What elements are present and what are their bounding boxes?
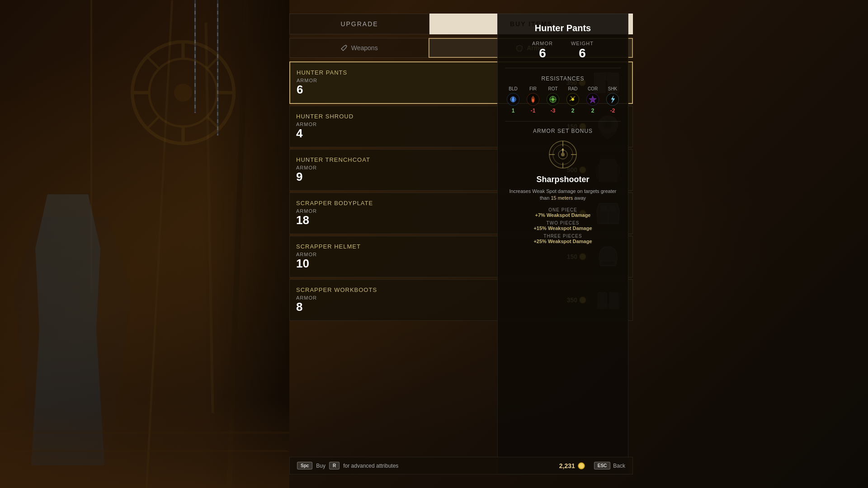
weapons-icon xyxy=(340,44,348,52)
back-hint: ESC Back xyxy=(594,462,625,469)
resist-val-rot: -3 xyxy=(545,108,561,114)
resist-symbol-shk xyxy=(608,95,617,104)
resist-col-fir: FIR -1 xyxy=(525,86,541,114)
svg-line-9 xyxy=(207,56,220,69)
resist-icon-cor xyxy=(586,93,599,106)
resist-abbr-cor: COR xyxy=(585,86,601,91)
buy-hint: Spc Buy R for advanced attributes xyxy=(297,462,398,469)
resist-symbol-fir xyxy=(528,95,538,104)
category-weapons[interactable]: Weapons xyxy=(289,38,429,58)
tab-upgrade[interactable]: UPGRADE xyxy=(289,14,429,34)
bonus-tier-one-piece: One Piece +7% Weakspot Damage xyxy=(505,207,621,218)
upgrade-label: UPGRADE xyxy=(340,20,378,28)
resist-icon-bld xyxy=(507,93,519,106)
svg-marker-43 xyxy=(561,148,564,150)
resist-symbol-cor xyxy=(588,95,597,104)
resist-symbol-rad xyxy=(568,95,577,104)
resist-abbr-fir: FIR xyxy=(525,86,541,91)
currency-display: 2,231 xyxy=(559,462,585,469)
resist-col-bld: BLD 1 xyxy=(505,86,521,114)
buy-action-label: Buy xyxy=(316,463,326,469)
resistances-grid: BLD 1 FIR -1 ROT -3 xyxy=(505,86,621,114)
weight-label: Weight xyxy=(571,41,594,46)
armor-value: 6 xyxy=(532,46,553,61)
back-label: Back xyxy=(613,463,625,469)
detail-title: Hunter Pants xyxy=(505,23,621,33)
set-bonus-title: Armor Set Bonus xyxy=(505,128,621,134)
svg-line-10 xyxy=(147,117,160,129)
resist-val-fir: -1 xyxy=(525,108,541,114)
resistances-title: Resistances xyxy=(505,75,621,82)
spc-key: Spc xyxy=(297,462,312,469)
weight-stat: Weight 6 xyxy=(571,41,594,61)
bg-gear xyxy=(127,36,240,149)
resist-symbol-bld xyxy=(509,95,518,104)
coin-icon xyxy=(578,462,585,469)
resist-col-cor: COR 2 xyxy=(585,86,601,114)
armor-stat: Armor 6 xyxy=(532,41,553,61)
svg-point-41 xyxy=(561,153,565,156)
resist-val-rad: 2 xyxy=(565,108,581,114)
svg-line-11 xyxy=(341,48,342,49)
tier-value: +25% Weakspot Damage xyxy=(505,239,621,244)
set-bonus-distance: 15 meters xyxy=(551,195,573,201)
svg-line-8 xyxy=(207,117,220,129)
resist-abbr-bld: BLD xyxy=(505,86,521,91)
bottom-right: 2,231 ESC Back xyxy=(559,462,625,469)
resist-icon-rot xyxy=(547,93,559,106)
weapons-label: Weapons xyxy=(351,44,378,52)
stats-row: Armor 6 Weight 6 xyxy=(505,41,621,68)
set-bonus-section: Armor Set Bonus Sharpshooter Increas xyxy=(505,121,621,247)
resist-val-bld: 1 xyxy=(505,108,521,114)
svg-point-2 xyxy=(174,84,192,102)
bonus-tier-three-pieces: Three Pieces +25% Weakspot Damage xyxy=(505,234,621,244)
tier-label: Two Pieces xyxy=(505,221,621,225)
esc-key: ESC xyxy=(594,462,611,469)
set-bonus-description: Increases Weak Spot damage on targets gr… xyxy=(505,188,621,202)
set-bonus-name: Sharpshooter xyxy=(505,175,621,184)
resist-abbr-rot: ROT xyxy=(545,86,561,91)
detail-panel: Hunter Pants Armor 6 Weight 6 Resistance… xyxy=(497,14,628,474)
resist-col-rot: ROT -3 xyxy=(545,86,561,114)
tier-label: Three Pieces xyxy=(505,234,621,239)
bottom-bar: Spc Buy R for advanced attributes 2,231 … xyxy=(289,457,633,474)
resist-abbr-shk: SHK xyxy=(604,86,621,91)
sharpshooter-icon-svg xyxy=(548,140,578,169)
weight-value: 6 xyxy=(571,46,594,61)
floor-beam xyxy=(0,450,289,452)
bonus-tiers: One Piece +7% Weakspot Damage Two Pieces… xyxy=(505,207,621,244)
tier-label: One Piece xyxy=(505,207,621,212)
currency-value: 2,231 xyxy=(559,462,575,469)
r-key: R xyxy=(329,462,340,469)
resist-icon-fir xyxy=(527,93,539,106)
svg-line-7 xyxy=(147,56,160,69)
resist-icon-rad xyxy=(566,93,579,106)
resist-symbol-rot xyxy=(548,95,557,104)
resist-abbr-rad: RAD xyxy=(565,86,581,91)
resist-col-shk: SHK -2 xyxy=(604,86,621,114)
advanced-label: for advanced attributes xyxy=(343,463,398,469)
floor-plank xyxy=(0,432,289,434)
resist-col-rad: RAD 2 xyxy=(565,86,581,114)
tier-value: +15% Weakspot Damage xyxy=(505,225,621,231)
resist-val-cor: 2 xyxy=(585,108,601,114)
resist-icon-shk xyxy=(606,93,619,106)
armor-label: Armor xyxy=(532,41,553,46)
bonus-tier-two-pieces: Two Pieces +15% Weakspot Damage xyxy=(505,221,621,231)
floor xyxy=(0,398,289,488)
resist-val-shk: -2 xyxy=(604,108,621,114)
set-bonus-icon xyxy=(547,139,579,170)
tier-value: +7% Weakspot Damage xyxy=(505,212,621,218)
